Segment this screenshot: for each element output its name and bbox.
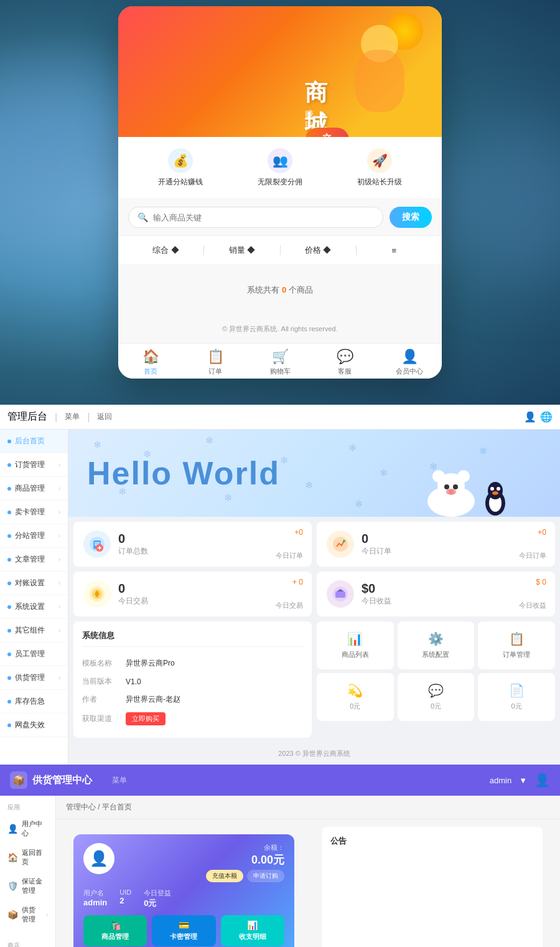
sidebar-label-goods: 商品管理 <box>15 483 45 494</box>
supply-home-icon: 🏠 <box>7 852 18 862</box>
supply-sidebar-home[interactable]: 🏠 返回首页 <box>0 843 55 872</box>
user-info-uid: UID 2 <box>119 888 131 909</box>
goods-mgmt-button[interactable]: 🛍️ 商品管理 <box>83 915 147 946</box>
sidebar-dot-system <box>7 605 11 609</box>
svg-point-11 <box>490 487 494 491</box>
snowflake-1: ❄ <box>93 439 101 451</box>
sidebar-item-substation[interactable]: 分站管理 › <box>0 524 68 548</box>
stat-info-orders: 0 订单总数 <box>118 532 302 557</box>
shortcut-system-config[interactable]: ⚙️ 系统配置 <box>398 621 475 669</box>
snowflake-3: ❄ <box>205 435 213 446</box>
sidebar-dot-goods <box>7 487 11 491</box>
open-station-button[interactable]: 立即开通分站 <box>305 128 349 137</box>
sidebar-item-stock[interactable]: 库存告急 <box>0 690 68 714</box>
sidebar-item-orders[interactable]: 订货管理 › <box>0 453 68 477</box>
sidebar-label-stock: 库存告急 <box>15 696 45 707</box>
shortcut-order-mgmt[interactable]: 📋 订单管理 <box>478 621 555 669</box>
sidebar-label-system: 系统设置 <box>15 601 45 612</box>
snowflake-5: ❄ <box>348 442 357 454</box>
sort-comprehensive[interactable]: 综合 ◆ <box>128 242 203 258</box>
sidebar-arrow-articles: › <box>58 556 60 563</box>
supply-sidebar-deposit[interactable]: 🛡️ 保证金管理 <box>0 872 55 900</box>
admin-avatar-icon[interactable]: 👤 <box>524 411 536 423</box>
card-btn-icon: 💳 <box>179 920 189 930</box>
sidebar-dot-netdisk <box>7 723 11 727</box>
supply-logo-icon: 📦 <box>10 771 27 789</box>
breadcrumb-menu[interactable]: 菜单 <box>65 412 80 422</box>
sidebar-item-staff[interactable]: 员工管理 <box>0 643 68 666</box>
feature-item-split[interactable]: 👥 无限裂变分佣 <box>258 148 302 187</box>
balance-buttons: 充值本额 申请订购 <box>206 870 284 882</box>
stat-icon-income <box>327 580 354 608</box>
admin-footer: 2023 © 异世界云商系统 <box>68 743 560 765</box>
shortcut-item-4[interactable]: 💫 0元 <box>317 673 394 721</box>
sort-sales[interactable]: 销量 ◆ <box>204 242 279 258</box>
feature-icon-upgrade: 🚀 <box>367 148 392 173</box>
nav-item-member[interactable]: 👤 会员中心 <box>377 349 442 376</box>
bear-svg <box>423 467 479 517</box>
sidebar-label-reconcile: 对账设置 <box>15 578 45 588</box>
shortcut-goods-list[interactable]: 📊 商品列表 <box>317 621 394 669</box>
sidebar-item-card[interactable]: 卖卡管理 › <box>0 501 68 524</box>
nav-label-service: 客服 <box>338 367 352 376</box>
stat-change-income: $ 0 <box>536 578 546 587</box>
sidebar-item-articles[interactable]: 文章管理 › <box>0 548 68 572</box>
hello-banner: ❄ ❄ ❄ ❄ ❄ ❄ ❄ ❄ ❄ ❄ ❄ ❄ Hello World <box>68 430 560 517</box>
buy-button[interactable]: 立即购买 <box>126 712 166 725</box>
income-button[interactable]: 📊 收支明细 <box>221 915 284 946</box>
sort-list-icon[interactable]: ≡ <box>357 243 432 258</box>
withdraw-button[interactable]: 申请订购 <box>247 870 284 882</box>
breadcrumb-back[interactable]: 返回 <box>97 412 112 422</box>
sidebar-label-orders: 订货管理 <box>15 459 45 470</box>
sidebar-arrow-supply: › <box>58 674 60 681</box>
sidebar-item-system[interactable]: 系统设置 › <box>0 595 68 619</box>
info-row-channel: 获取渠道 立即购买 <box>82 709 303 729</box>
admin-layout: 后台首页 订货管理 › 商品管理 › 卖卡管理 › 分站管理 › <box>0 430 560 765</box>
nav-label-member: 会员中心 <box>396 367 423 376</box>
sidebar-item-netdisk[interactable]: 网盘失效 <box>0 714 68 737</box>
search-input-wrap[interactable]: 🔍 <box>128 207 383 228</box>
nav-item-cart[interactable]: 🛒 购物车 <box>248 349 312 376</box>
shortcut-value-4: 0元 <box>350 702 360 711</box>
feature-item-upgrade[interactable]: 🚀 初级站长升级 <box>357 148 402 187</box>
stat-subtext-income: 今日收益 <box>519 601 546 610</box>
feature-label-earn: 开通分站赚钱 <box>158 177 203 187</box>
sidebar-item-home[interactable]: 后台首页 <box>0 430 68 453</box>
nav-item-home[interactable]: 🏠 首页 <box>118 349 183 376</box>
supply-breadcrumb[interactable]: 菜单 <box>112 775 127 786</box>
search-button[interactable]: 搜索 <box>390 207 432 228</box>
sidebar-item-goods[interactable]: 商品管理 › <box>0 477 68 501</box>
supply-sidebar-section-app: 应用 👤 用户中心 🏠 返回首页 🛡️ 保证金管理 📦 供货管理 › <box>0 796 55 934</box>
snowflake-9: ❄ <box>305 479 313 491</box>
stat-change-orders: +0 <box>294 528 303 537</box>
shortcut-item-5[interactable]: 💬 0元 <box>398 673 475 721</box>
polar-bear-decoration <box>423 442 548 517</box>
goods-btn-icon: 🛍️ <box>110 920 121 930</box>
supply-sidebar-user[interactable]: 👤 用户中心 <box>0 814 55 843</box>
recharge-button[interactable]: 充值本额 <box>206 870 243 882</box>
sidebar-item-supply[interactable]: 供货管理 › <box>0 666 68 690</box>
shortcut-icon-config: ⚙️ <box>428 631 444 646</box>
products-count-number: 0 <box>282 285 286 294</box>
sidebar-item-reconcile[interactable]: 对账设置 › <box>0 572 68 595</box>
supply-admin-dropdown[interactable]: ▼ <box>519 776 527 785</box>
card-mgmt-button[interactable]: 💳 卡密管理 <box>152 915 215 946</box>
supply-sidebar-label-user: 用户中心 <box>22 819 48 838</box>
sidebar-arrow-orders: › <box>58 461 60 468</box>
home-icon: 🏠 <box>142 349 159 365</box>
stat-info-today: 0 今日订单 <box>362 532 545 557</box>
sidebar-item-plugins[interactable]: 其它组件 › <box>0 619 68 643</box>
admin-settings-icon[interactable]: 🌐 <box>540 411 553 423</box>
search-input[interactable] <box>153 213 374 222</box>
nav-item-service[interactable]: 💬 客服 <box>312 349 377 376</box>
sort-price[interactable]: 价格 ◆ <box>281 242 356 258</box>
supply-sidebar-supply-mgmt[interactable]: 📦 供货管理 › <box>0 900 55 929</box>
notice-board: 公告 <box>322 827 543 947</box>
user-action-buttons: 🛍️ 商品管理 💳 卡密管理 📊 收支明细 <box>83 915 284 946</box>
shortcut-item-6[interactable]: 📄 0元 <box>478 673 555 721</box>
stat-value-orders: 0 <box>118 532 302 546</box>
shortcut-label-config: 系统配置 <box>422 650 449 659</box>
system-info-card: 系统信息 模板名称 异世界云商Pro 当前版本 V1.0 作者 异世界云商-老赵 <box>73 621 312 738</box>
feature-item-earn[interactable]: 💰 开通分站赚钱 <box>158 148 203 187</box>
nav-item-orders[interactable]: 📋 订单 <box>183 349 248 376</box>
